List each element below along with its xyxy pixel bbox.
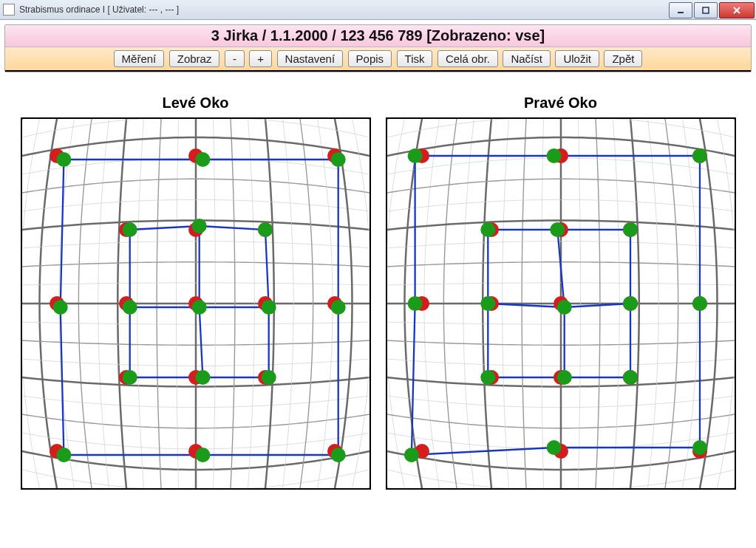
app-icon [3,4,15,16]
svg-point-22 [195,152,210,167]
close-button[interactable] [719,2,755,18]
right-eye-panel: Pravé Oko [386,95,736,490]
content-area: Levé Oko Pravé Oko [0,72,756,497]
svg-point-71 [623,370,638,385]
window-buttons [669,1,756,18]
svg-point-55 [407,148,422,163]
svg-point-33 [191,300,206,315]
close-icon [732,6,741,15]
svg-point-32 [122,300,137,315]
patient-header: 3 Jirka / 1.1.2000 / 123 456 789 [Zobraz… [5,25,751,47]
plus-button[interactable]: + [249,50,272,67]
svg-point-26 [56,448,71,462]
minus-button[interactable]: - [225,50,245,67]
svg-point-30 [191,219,206,233]
svg-point-57 [692,148,707,163]
svg-point-63 [480,222,495,237]
svg-point-25 [330,300,345,315]
svg-point-62 [692,440,707,455]
svg-point-29 [122,222,137,237]
svg-point-59 [692,296,707,311]
svg-point-34 [261,300,276,315]
right-eye-title: Pravé Oko [386,95,736,112]
svg-point-58 [407,296,422,311]
svg-point-64 [550,222,565,237]
show-button[interactable]: Zobraz [169,50,220,67]
svg-point-36 [195,370,210,385]
svg-point-28 [330,448,345,462]
header-strip: 3 Jirka / 1.1.2000 / 123 456 789 [Zobraz… [4,24,752,72]
left-eye-panel: Levé Oko [21,95,371,490]
svg-point-56 [546,148,561,163]
load-button[interactable]: Načíst [503,50,551,67]
measure-button[interactable]: Měření [114,50,165,67]
minimize-button[interactable] [669,2,692,18]
svg-point-37 [261,370,276,385]
svg-point-35 [122,370,137,385]
print-button[interactable]: Tisk [397,50,433,67]
right-eye-chart [386,117,736,490]
svg-point-65 [623,222,638,237]
window-titlebar: Strabismus ordinace I [ Uživatel: --- , … [0,0,756,20]
svg-point-66 [480,296,495,311]
maximize-icon [701,6,710,15]
svg-point-31 [258,222,273,237]
svg-point-27 [195,448,210,462]
svg-point-23 [330,152,345,167]
window-title: Strabismus ordinace I [ Uživatel: --- , … [19,4,179,15]
svg-point-70 [556,370,571,385]
back-button[interactable]: Zpět [604,50,642,67]
svg-rect-1 [703,7,709,13]
toolbar: Měření Zobraz - + Nastavení Popis Tisk C… [5,47,751,72]
fullscreen-button[interactable]: Celá obr. [437,50,498,67]
svg-point-24 [52,300,67,315]
description-button[interactable]: Popis [348,50,392,67]
left-eye-title: Levé Oko [21,95,371,112]
save-button[interactable]: Uložit [555,50,599,67]
svg-point-21 [56,152,71,167]
svg-point-69 [480,370,495,385]
svg-point-67 [556,300,571,315]
svg-point-60 [403,448,418,462]
minimize-icon [676,6,685,15]
svg-point-61 [546,440,561,455]
settings-button[interactable]: Nastavení [277,50,344,67]
left-eye-chart [21,117,371,490]
svg-point-68 [623,296,638,311]
maximize-button[interactable] [694,2,718,18]
